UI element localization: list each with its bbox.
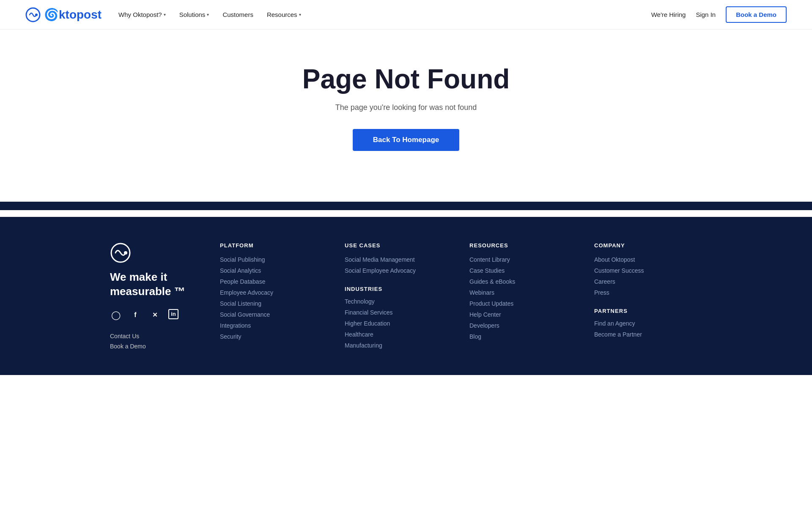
link-social-analytics[interactable]: Social Analytics (220, 267, 328, 274)
link-find-agency[interactable]: Find an Agency (594, 320, 702, 327)
svg-point-1 (35, 14, 38, 16)
link-developers[interactable]: Developers (469, 322, 577, 329)
platform-links: Social Publishing Social Analytics Peopl… (220, 256, 328, 340)
contact-us-link[interactable]: Contact Us (110, 333, 203, 340)
link-higher-education[interactable]: Higher Education (345, 320, 453, 327)
platform-title: PLATFORM (220, 242, 328, 249)
company-title: COMPANY (594, 242, 702, 249)
link-customer-success[interactable]: Customer Success (594, 267, 702, 274)
footer: We make it measurable ™ ◯ f ✕ in Contact… (0, 217, 812, 375)
footer-brand: We make it measurable ™ ◯ f ✕ in Contact… (110, 242, 203, 350)
company-links: About Oktopost Customer Success Careers … (594, 256, 702, 296)
link-social-employee-advocacy[interactable]: Social Employee Advocacy (345, 267, 453, 274)
footer-white-bar (0, 210, 812, 217)
logo[interactable]: 🌀ktopost (25, 7, 102, 22)
logo-text: 🌀ktopost (44, 8, 102, 22)
link-healthcare[interactable]: Healthcare (345, 331, 453, 338)
facebook-icon[interactable]: f (129, 309, 141, 321)
linkedin-icon[interactable]: in (168, 309, 178, 319)
book-demo-footer-link[interactable]: Book a Demo (110, 343, 203, 350)
instagram-icon[interactable]: ◯ (110, 309, 122, 321)
chevron-down-icon: ▾ (299, 12, 301, 17)
link-blog[interactable]: Blog (469, 333, 577, 340)
link-help-center[interactable]: Help Center (469, 311, 577, 318)
footer-divider (0, 202, 812, 210)
link-social-governance[interactable]: Social Governance (220, 311, 328, 318)
hiring-link[interactable]: We're Hiring (651, 11, 686, 18)
industries-title: INDUSTRIES (345, 286, 453, 292)
nav-solutions[interactable]: Solutions ▾ (179, 11, 209, 18)
link-case-studies[interactable]: Case Studies (469, 267, 577, 274)
link-integrations[interactable]: Integrations (220, 322, 328, 329)
link-employee-advocacy[interactable]: Employee Advocacy (220, 289, 328, 296)
footer-col-company: COMPANY About Oktopost Customer Success … (594, 242, 702, 350)
resources-links: Content Library Case Studies Guides & eB… (469, 256, 577, 340)
footer-col-platform: PLATFORM Social Publishing Social Analyt… (220, 242, 328, 350)
link-technology[interactable]: Technology (345, 298, 453, 305)
twitter-icon[interactable]: ✕ (149, 309, 161, 321)
main-nav: Why Oktopost? ▾ Solutions ▾ Customers Re… (118, 11, 301, 18)
header-left: 🌀ktopost Why Oktopost? ▾ Solutions ▾ Cus… (25, 7, 301, 22)
resources-title: RESOURCES (469, 242, 577, 249)
link-security[interactable]: Security (220, 333, 328, 340)
nav-resources[interactable]: Resources ▾ (267, 11, 301, 18)
book-demo-button[interactable]: Book a Demo (726, 6, 787, 23)
link-social-media-management[interactable]: Social Media Management (345, 256, 453, 263)
chevron-down-icon: ▾ (207, 12, 209, 17)
footer-col-resources: RESOURCES Content Library Case Studies G… (469, 242, 577, 350)
nav-customers[interactable]: Customers (222, 11, 253, 18)
chevron-down-icon: ▾ (164, 12, 166, 17)
link-manufacturing[interactable]: Manufacturing (345, 342, 453, 349)
link-careers[interactable]: Careers (594, 278, 702, 285)
link-guides-ebooks[interactable]: Guides & eBooks (469, 278, 577, 285)
partners-links: Find an Agency Become a Partner (594, 320, 702, 338)
link-people-database[interactable]: People Database (220, 278, 328, 285)
header: 🌀ktopost Why Oktopost? ▾ Solutions ▾ Cus… (0, 0, 812, 30)
partners-title: PARTNERS (594, 308, 702, 314)
link-about-oktopost[interactable]: About Oktopost (594, 256, 702, 263)
link-webinars[interactable]: Webinars (469, 289, 577, 296)
footer-inner: We make it measurable ™ ◯ f ✕ in Contact… (110, 242, 702, 350)
footer-col-use-cases: USE CASES Social Media Management Social… (345, 242, 453, 350)
link-content-library[interactable]: Content Library (469, 256, 577, 263)
back-to-homepage-button[interactable]: Back To Homepage (353, 129, 460, 151)
page-not-found-subtitle: The page you're looking for was not foun… (335, 103, 477, 112)
footer-tagline: We make it measurable ™ (110, 270, 203, 299)
link-social-publishing[interactable]: Social Publishing (220, 256, 328, 263)
page-not-found-title: Page Not Found (302, 63, 510, 95)
link-product-updates[interactable]: Product Updates (469, 300, 577, 307)
link-press[interactable]: Press (594, 289, 702, 296)
svg-point-3 (124, 251, 127, 255)
header-right: We're Hiring Sign In Book a Demo (651, 6, 787, 23)
industries-links: Technology Financial Services Higher Edu… (345, 298, 453, 349)
use-cases-title: USE CASES (345, 242, 453, 249)
link-social-listening[interactable]: Social Listening (220, 300, 328, 307)
nav-why-oktopost[interactable]: Why Oktopost? ▾ (118, 11, 166, 18)
footer-bottom-links: Contact Us Book a Demo (110, 333, 203, 350)
link-become-partner[interactable]: Become a Partner (594, 331, 702, 338)
signin-link[interactable]: Sign In (696, 11, 716, 18)
link-financial-services[interactable]: Financial Services (345, 309, 453, 316)
main-content: Page Not Found The page you're looking f… (0, 30, 812, 202)
footer-social: ◯ f ✕ in (110, 309, 203, 321)
use-cases-links: Social Media Management Social Employee … (345, 256, 453, 274)
